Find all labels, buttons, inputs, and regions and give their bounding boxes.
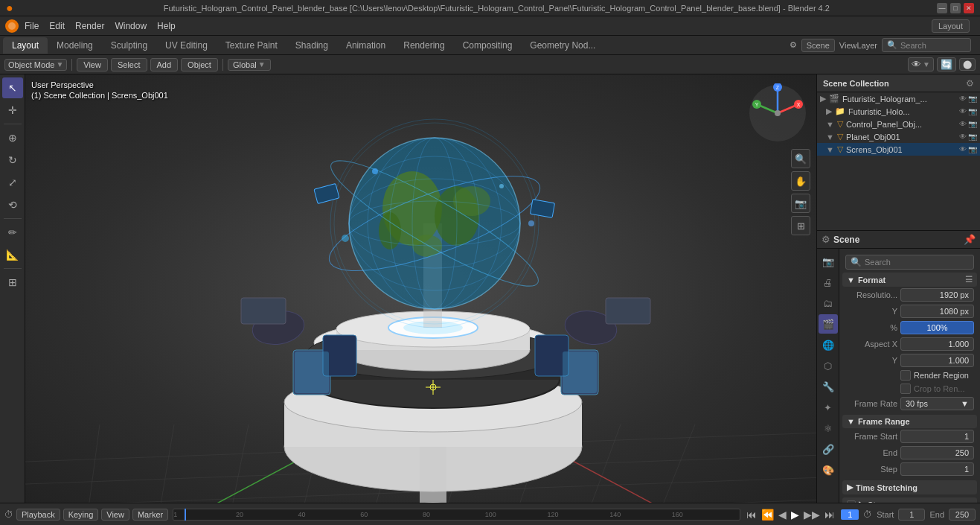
minimize-button[interactable]: — <box>937 3 947 13</box>
maximize-button[interactable]: □ <box>950 3 961 13</box>
outliner-vis-1[interactable]: 👁 <box>959 107 967 115</box>
resolution-y-value[interactable]: 1080 px <box>900 305 974 318</box>
tool-cursor[interactable]: ✛ <box>2 100 23 121</box>
outliner-cam-2[interactable]: 📷 <box>968 120 977 128</box>
outliner-vis-4[interactable]: 👁 <box>959 145 967 153</box>
props-tab-output[interactable]: 🖨 <box>819 273 838 292</box>
menu-render[interactable]: Render <box>70 19 109 34</box>
viewport-camera[interactable]: 📷 <box>791 194 810 213</box>
outliner-cam-4[interactable]: 📷 <box>968 145 977 153</box>
props-tab-scene[interactable]: 🎬 <box>819 314 838 334</box>
props-tab-world[interactable]: 🌐 <box>819 335 838 354</box>
prev-frame-button[interactable]: ◀ <box>777 507 788 522</box>
resolution-x-value[interactable]: 1920 px <box>900 288 974 302</box>
jump-start-button[interactable]: ⏮ <box>745 507 758 522</box>
viewport-3d[interactable]: User Perspective (1) Scene Collection | … <box>25 74 816 503</box>
timeline-bar[interactable]: 1 20 40 60 80 100 120 140 160 <box>173 509 740 521</box>
props-search-box[interactable]: 🔍 Search <box>845 255 974 270</box>
marker-menu[interactable]: Marker <box>132 509 168 521</box>
tool-move[interactable]: ⊕ <box>2 127 23 148</box>
viewport-grid-toggle[interactable]: ⊞ <box>791 216 810 235</box>
props-tab-view-layer[interactable]: 🗂 <box>819 293 838 313</box>
frame-end-value[interactable]: 250 <box>900 446 974 459</box>
props-tab-object[interactable]: ⬡ <box>819 356 838 375</box>
tab-texture-paint[interactable]: Texture Paint <box>217 37 286 54</box>
jump-end-button[interactable]: ⏭ <box>823 507 836 522</box>
tab-modeling[interactable]: Modeling <box>48 37 102 54</box>
tool-scale[interactable]: ⤢ <box>2 172 23 193</box>
navigation-gizmo[interactable]: Z X Y <box>748 83 807 143</box>
tool-transform[interactable]: ⟲ <box>2 194 23 215</box>
outliner-cam-1[interactable]: 📷 <box>968 107 977 115</box>
format-section-header[interactable]: ▼ Format ☰ <box>842 273 977 287</box>
shading-modes[interactable]: ⬤ <box>959 58 976 71</box>
select-menu[interactable]: Select <box>111 58 147 71</box>
tool-rotate[interactable]: ↻ <box>2 150 23 171</box>
frame-range-header[interactable]: ▼ Frame Range <box>842 415 977 428</box>
next-frame-button[interactable]: ▶▶ <box>802 507 822 522</box>
keying-menu[interactable]: Keying <box>63 509 99 521</box>
play-button[interactable]: ▶ <box>790 507 801 522</box>
tool-measure[interactable]: 📐 <box>2 244 23 265</box>
current-frame-indicator[interactable]: 1 <box>841 509 859 520</box>
aspect-x-value[interactable]: 1.000 <box>900 337 974 351</box>
tab-sculpting[interactable]: Sculpting <box>102 37 156 54</box>
outliner-cam-3[interactable]: 📷 <box>968 133 977 141</box>
tab-rendering[interactable]: Rendering <box>394 37 453 54</box>
resolution-pct-value[interactable]: 100% <box>900 321 974 334</box>
render-region-checkbox[interactable] <box>900 370 911 381</box>
scene-selector[interactable]: Scene <box>801 39 835 52</box>
view-menu[interactable]: View <box>77 58 108 71</box>
viewport-overlays[interactable]: 👁 ▼ <box>908 57 934 71</box>
props-tab-particles[interactable]: ✦ <box>819 398 838 417</box>
props-tab-constraints[interactable]: 🔗 <box>819 439 838 459</box>
timeline-view-menu[interactable]: View <box>101 509 129 521</box>
start-value[interactable]: 1 <box>898 509 925 521</box>
outliner-vis-0[interactable]: 👁 <box>959 95 967 103</box>
tool-annotate[interactable]: ✏ <box>2 222 23 243</box>
props-pin-icon[interactable]: 📌 <box>964 234 976 245</box>
gizmo-toggle[interactable]: 🔄 <box>937 57 956 71</box>
tab-animation[interactable]: Animation <box>337 37 394 54</box>
outliner-item-0[interactable]: ▶ 🎬 Futuristic_Hologram_... 👁 📷 <box>817 92 980 105</box>
close-button[interactable]: ✕ <box>964 3 974 13</box>
viewport-zoom-in[interactable]: 🔍 <box>791 149 810 168</box>
outliner-vis-3[interactable]: 👁 <box>959 133 967 141</box>
outliner-item-1[interactable]: ▶ 📁 Futuristic_Holo... 👁 📷 <box>817 105 980 118</box>
transform-orientation[interactable]: Global ▼ <box>228 59 271 71</box>
tab-shading[interactable]: Shading <box>286 37 337 54</box>
outliner-vis-2[interactable]: 👁 <box>959 120 967 128</box>
header-search[interactable]: 🔍 Search <box>882 38 971 52</box>
timeline-mode-icon[interactable]: ⏱ <box>4 509 13 520</box>
tab-geometry-nodes[interactable]: Geometry Nod... <box>521 37 604 54</box>
add-menu[interactable]: Add <box>150 58 179 71</box>
stereoscopy-header[interactable]: ▶ Stereoscopy <box>842 497 977 503</box>
tool-add-cube[interactable]: ⊞ <box>2 272 23 293</box>
object-menu[interactable]: Object <box>181 58 218 71</box>
menu-window[interactable]: Window <box>109 19 152 34</box>
tool-select[interactable]: ↖ <box>2 77 23 98</box>
menu-file[interactable]: File <box>19 19 44 34</box>
outliner-item-3[interactable]: ▼ ▽ Planet_Obj001 👁 📷 <box>817 130 980 143</box>
outliner-item-2[interactable]: ▼ ▽ Control_Panel_Obj... 👁 📷 <box>817 118 980 130</box>
framerate-dropdown[interactable]: 30 fps ▼ <box>900 397 974 410</box>
time-stretching-header[interactable]: ▶ Time Stretching <box>842 480 977 494</box>
props-tab-render[interactable]: 📷 <box>819 252 838 271</box>
menu-edit[interactable]: Edit <box>44 19 70 34</box>
tab-compositing[interactable]: Compositing <box>454 37 522 54</box>
playback-menu[interactable]: Playback <box>16 509 60 521</box>
viewport-grab[interactable]: ✋ <box>791 171 810 191</box>
end-value[interactable]: 250 <box>949 509 976 521</box>
crop-checkbox[interactable] <box>900 384 911 394</box>
outliner-filter-icon[interactable]: ⚙ <box>966 78 974 89</box>
menu-help[interactable]: Help <box>152 19 181 34</box>
tab-uv-editing[interactable]: UV Editing <box>156 37 217 54</box>
props-tab-material[interactable]: 🎨 <box>819 460 838 480</box>
props-tab-physics[interactable]: ⚛ <box>819 419 838 438</box>
outliner-item-4[interactable]: ▼ ▽ Screns_Obj001 👁 📷 <box>817 143 980 156</box>
outliner-cam-0[interactable]: 📷 <box>968 95 977 103</box>
props-tab-modifiers[interactable]: 🔧 <box>819 377 838 396</box>
mode-switcher[interactable]: Object Mode ▼ <box>4 59 67 71</box>
frame-start-value[interactable]: 1 <box>900 430 974 443</box>
prev-keyframe-button[interactable]: ⏪ <box>760 507 775 522</box>
